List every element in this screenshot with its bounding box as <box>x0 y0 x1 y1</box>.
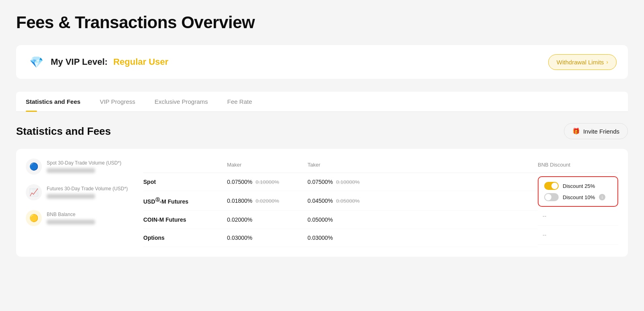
bnb-info: BNB Balance <box>47 212 95 224</box>
section-title: Statistics and Fees <box>16 125 111 138</box>
row-usdsm-taker: 0.04500% 0.05000% <box>304 198 385 204</box>
table-row: Options 0.03000% 0.03000% <box>143 229 538 247</box>
table-row: USDⓈ-M Futures 0.01800% 0.02000% 0.04500… <box>143 191 538 211</box>
row-spot-type: Spot <box>143 179 224 185</box>
gift-icon: 🎁 <box>572 128 580 135</box>
stat-bnb: 🟡 BNB Balance <box>26 210 130 226</box>
tab-statistics[interactable]: Statistics and Fees <box>16 92 90 111</box>
spot-discount-label: Discount 25% <box>563 183 595 189</box>
bnb-coinm-dash: -- <box>538 207 618 226</box>
bnb-discount-column: BNB Discount Discount 25% Discount 10% i <box>538 159 618 247</box>
row-usdsm-maker: 0.01800% 0.02000% <box>224 198 304 204</box>
vip-icon: 💎 <box>27 53 45 71</box>
tab-exclusive-programs[interactable]: Exclusive Programs <box>145 92 218 111</box>
spot-icon: 🔵 <box>26 159 42 175</box>
col-taker-header: Taker <box>304 162 385 168</box>
row-options-type: Options <box>143 235 224 241</box>
futures-icon: 📈 <box>26 184 42 200</box>
spot-info: Spot 30-Day Trade Volume (USD*) <box>47 160 121 173</box>
bnb-discount-usdsm-row: Discount 10% i <box>544 193 612 201</box>
spot-taker-value: 0.07500% <box>308 179 333 185</box>
stat-spot: 🔵 Spot 30-Day Trade Volume (USD*) <box>26 159 130 175</box>
tabs-bar: Statistics and Fees VIP Progress Exclusi… <box>16 92 628 112</box>
withdrawal-label: Withdrawal Limits <box>557 59 604 66</box>
usdsm-taker-value: 0.04500% <box>308 198 333 204</box>
col-type-header <box>143 162 224 168</box>
usdsm-taker-original: 0.05000% <box>336 198 360 204</box>
coinm-dash-value: -- <box>543 213 546 219</box>
fees-panel: Maker Taker Spot 0.07500% 0.10000% 0.075… <box>143 159 618 247</box>
spot-value-blurred <box>47 168 95 173</box>
table-row: Spot 0.07500% 0.10000% 0.07500% 0.10000% <box>143 173 538 191</box>
col-maker-header: Maker <box>224 162 304 168</box>
usdsm-maker-original: 0.02000% <box>256 198 279 204</box>
info-icon[interactable]: i <box>599 194 605 200</box>
row-spot-taker: 0.07500% 0.10000% <box>304 179 385 185</box>
row-spot-maker: 0.07500% 0.10000% <box>224 179 304 185</box>
stat-futures: 📈 Futures 30-Day Trade Volume (USD*) <box>26 184 130 200</box>
chevron-right-icon: › <box>606 59 608 65</box>
futures-value-blurred <box>47 194 95 199</box>
invite-label: Invite Friends <box>583 128 619 135</box>
bnb-value-blurred <box>47 220 95 224</box>
vip-section: 💎 My VIP Level: Regular User Withdrawal … <box>16 45 628 79</box>
spot-maker-original: 0.10000% <box>256 179 279 185</box>
stats-panel: 🔵 Spot 30-Day Trade Volume (USD*) 📈 Futu… <box>26 159 130 247</box>
row-coinm-taker: 0.05000% <box>304 216 385 223</box>
bnb-discount-box: Discount 25% Discount 10% i <box>538 176 618 207</box>
spot-maker-value: 0.07500% <box>227 179 252 185</box>
bnb-label: BNB Balance <box>47 212 95 217</box>
main-content: 🔵 Spot 30-Day Trade Volume (USD*) 📈 Futu… <box>16 149 628 257</box>
section-header: Statistics and Fees 🎁 Invite Friends <box>16 123 628 139</box>
row-options-taker: 0.03000% <box>304 235 385 241</box>
tab-fee-rate[interactable]: Fee Rate <box>218 92 262 111</box>
usdsm-bnb-toggle[interactable] <box>544 193 559 201</box>
bnb-options-dash: -- <box>538 226 618 245</box>
page-title: Fees & Transactions Overview <box>16 13 628 32</box>
usdsm-discount-label: Discount 10% <box>563 194 595 200</box>
tab-vip-progress[interactable]: VIP Progress <box>90 92 145 111</box>
invite-friends-button[interactable]: 🎁 Invite Friends <box>564 123 628 139</box>
spot-label: Spot 30-Day Trade Volume (USD*) <box>47 160 121 166</box>
usdsm-maker-value: 0.01800% <box>227 198 252 204</box>
options-dash-value: -- <box>543 232 546 238</box>
bnb-col-header: BNB Discount <box>538 162 618 168</box>
table-row: COIN-M Futures 0.02000% 0.05000% <box>143 211 538 229</box>
fees-header: Maker Taker <box>143 159 538 173</box>
futures-info: Futures 30-Day Trade Volume (USD*) <box>47 186 128 199</box>
row-options-maker: 0.03000% <box>224 235 304 241</box>
row-coinm-maker: 0.02000% <box>224 216 304 223</box>
futures-label: Futures 30-Day Trade Volume (USD*) <box>47 186 128 192</box>
vip-level: Regular User <box>113 57 168 67</box>
bnb-icon: 🟡 <box>26 210 42 226</box>
vip-info: 💎 My VIP Level: Regular User <box>27 53 168 71</box>
spot-taker-original: 0.10000% <box>336 179 360 185</box>
fees-table-wrapper: Maker Taker Spot 0.07500% 0.10000% 0.075… <box>143 159 618 247</box>
bnb-header-spacer: BNB Discount <box>538 159 618 173</box>
row-coinm-type: COIN-M Futures <box>143 216 224 223</box>
fees-main-cols: Maker Taker Spot 0.07500% 0.10000% 0.075… <box>143 159 538 247</box>
withdrawal-limits-button[interactable]: Withdrawal Limits › <box>548 54 617 70</box>
vip-label: My VIP Level: <box>51 57 107 67</box>
spot-bnb-toggle[interactable] <box>544 182 559 190</box>
bnb-discount-spot-row: Discount 25% <box>544 182 612 190</box>
row-usdsm-type: USDⓈ-M Futures <box>143 197 224 205</box>
